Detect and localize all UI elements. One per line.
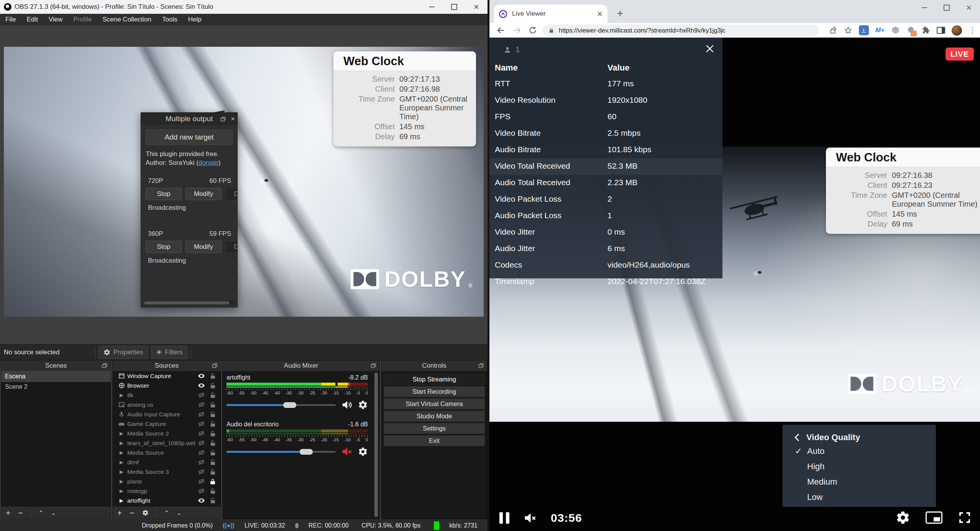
quality-option-high[interactable]: High — [807, 462, 824, 472]
quality-menu-header[interactable]: Video Quality — [796, 432, 860, 442]
settings-button[interactable]: Settings — [384, 423, 485, 434]
bookmark-star-icon[interactable] — [844, 26, 852, 35]
eye-off-icon[interactable] — [195, 411, 207, 418]
lock-open-icon[interactable] — [207, 373, 218, 379]
pause-button[interactable] — [499, 512, 509, 524]
eye-off-icon[interactable] — [195, 459, 207, 466]
source-row[interactable]: ▶ Media Source — [113, 448, 221, 457]
reload-button[interactable] — [529, 26, 537, 35]
eye-icon[interactable] — [195, 372, 207, 380]
mixer-scrollbar[interactable] — [374, 372, 378, 518]
source-row[interactable]: ▶ Media Source 2 — [113, 429, 221, 438]
lock-open-icon[interactable] — [207, 411, 218, 418]
movistar-extension-icon[interactable]: M+ — [875, 26, 885, 34]
picture-in-picture-button[interactable] — [926, 511, 942, 524]
eye-off-icon[interactable] — [195, 420, 207, 427]
menu-view[interactable]: View — [43, 14, 68, 25]
studio-mode-button[interactable]: Studio Mode — [384, 411, 485, 422]
extensions-puzzle-icon[interactable] — [922, 26, 930, 35]
source-row[interactable]: ▶ Media Source 3 — [113, 467, 221, 477]
source-row[interactable]: Window Capture — [113, 371, 221, 381]
remove-scene-button[interactable]: − — [18, 509, 23, 517]
modify-button[interactable]: Modify — [185, 188, 222, 200]
properties-button[interactable]: Properties — [98, 346, 148, 359]
url-text[interactable]: https://viewer-dev.millicast.com/?stream… — [559, 27, 726, 34]
eye-off-icon[interactable] — [195, 391, 207, 399]
source-row[interactable]: ▶ 8k — [113, 390, 221, 400]
minimize-button[interactable] — [913, 0, 936, 15]
quality-option-low[interactable]: Low — [807, 492, 822, 502]
multiple-output-titlebar[interactable]: Multiple output × — [141, 113, 237, 125]
volume-slider[interactable] — [227, 404, 336, 406]
dock-icon[interactable] — [478, 363, 484, 368]
menu-file[interactable]: File — [0, 14, 21, 25]
menu-help[interactable]: Help — [183, 14, 207, 25]
privacy-extension-icon[interactable] — [906, 26, 915, 35]
move-scene-up-button[interactable]: ⌃ — [39, 510, 44, 516]
source-row[interactable]: Game Capture — [113, 419, 221, 429]
menu-tools[interactable]: Tools — [157, 14, 183, 25]
move-scene-down-button[interactable]: ⌄ — [51, 510, 56, 516]
eye-off-icon[interactable] — [195, 478, 207, 485]
volume-slider-handle[interactable] — [300, 449, 313, 455]
gear-icon[interactable] — [358, 400, 368, 410]
dock-icon[interactable] — [102, 363, 108, 368]
source-row[interactable]: ▶ dtmf — [113, 457, 221, 467]
source-row[interactable]: Audio Input Capture — [113, 409, 221, 419]
maximize-button[interactable] — [936, 0, 958, 15]
eye-off-icon[interactable] — [195, 401, 207, 408]
lock-open-icon[interactable] — [207, 488, 218, 494]
download-extension-icon[interactable] — [859, 25, 869, 35]
modify-button[interactable]: Modify — [185, 241, 222, 253]
side-panel-icon[interactable] — [937, 27, 945, 34]
add-source-button[interactable]: + — [117, 509, 122, 517]
lock-open-icon[interactable] — [207, 402, 218, 408]
speaker-icon[interactable] — [341, 399, 353, 411]
eye-off-icon[interactable] — [195, 468, 207, 475]
volume-slider[interactable] — [227, 451, 336, 453]
dock-icon[interactable] — [220, 117, 226, 122]
add-new-target-button[interactable]: Add new target — [146, 130, 233, 145]
source-row[interactable]: ▶ artoffight — [113, 496, 221, 505]
scene-item-scene2[interactable]: Scene 2 — [1, 382, 111, 392]
menu-profile[interactable]: Profile — [68, 14, 97, 25]
source-row[interactable]: ▶ motogp — [113, 486, 221, 496]
donate-link[interactable]: donate — [199, 159, 218, 166]
minimize-button[interactable] — [421, 0, 443, 14]
lock-open-icon[interactable] — [207, 440, 218, 446]
eye-off-icon[interactable] — [195, 449, 207, 456]
eye-icon[interactable] — [195, 382, 207, 389]
browser-menu-icon[interactable]: ⋮ — [969, 26, 976, 35]
profile-avatar[interactable] — [952, 25, 962, 36]
gear-icon[interactable] — [358, 447, 368, 457]
lock-closed-icon[interactable] — [207, 478, 218, 485]
quality-option-medium[interactable]: Medium — [807, 477, 837, 487]
lock-open-icon[interactable] — [207, 450, 218, 456]
volume-slider-handle[interactable] — [283, 402, 296, 408]
move-source-down-button[interactable]: ⌄ — [177, 510, 182, 516]
back-button[interactable] — [496, 26, 506, 35]
lock-open-icon[interactable] — [207, 498, 218, 504]
eye-icon[interactable] — [195, 497, 207, 504]
exit-button[interactable]: Exit — [384, 435, 485, 446]
lock-open-icon[interactable] — [207, 421, 218, 427]
close-stats-icon[interactable] — [705, 44, 715, 54]
stop-button[interactable]: Stop — [146, 241, 182, 253]
menu-scene-collection[interactable]: Scene Collection — [97, 14, 157, 25]
lock-open-icon[interactable] — [207, 469, 218, 475]
stop-streaming-button[interactable]: Stop Streaming — [384, 374, 485, 385]
tab-close-icon[interactable]: ✕ — [597, 10, 603, 18]
eye-off-icon[interactable] — [195, 487, 207, 495]
close-button[interactable]: × — [958, 0, 980, 15]
share-icon[interactable] — [829, 26, 837, 35]
source-row[interactable]: Browser — [113, 381, 221, 390]
player-settings-gear-icon[interactable] — [896, 510, 910, 525]
lock-open-icon[interactable] — [207, 431, 218, 437]
mute-button[interactable] — [523, 511, 537, 525]
horizontal-scrollbar[interactable] — [143, 301, 235, 305]
quality-option-auto[interactable]: Auto — [807, 446, 824, 456]
speaker-muted-icon[interactable] — [341, 446, 353, 457]
source-properties-button[interactable] — [142, 510, 149, 516]
eye-off-icon[interactable] — [195, 430, 207, 437]
close-icon[interactable]: × — [231, 115, 235, 123]
